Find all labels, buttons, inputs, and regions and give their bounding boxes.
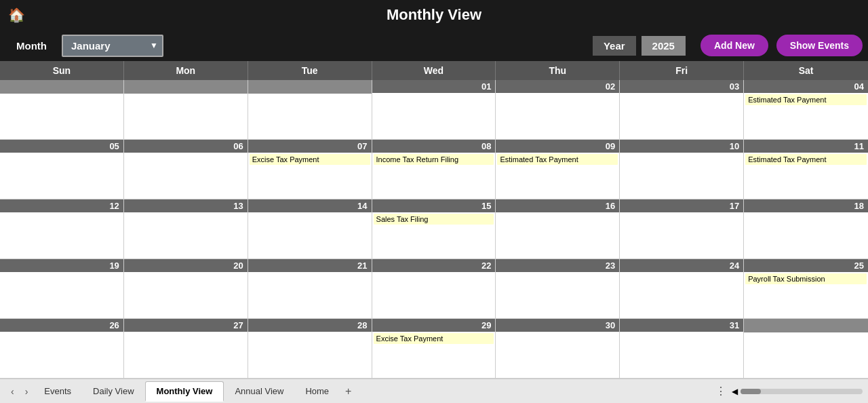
scroll-left-icon[interactable]: ◀	[732, 387, 738, 396]
calendar-grid: 01020304Estimated Tax Payment050607Excis…	[0, 80, 868, 379]
day-number: 20	[124, 259, 248, 272]
day-cell[interactable]: 14	[248, 199, 372, 259]
event-item[interactable]: Estimated Tax Payment	[745, 94, 867, 105]
day-cell[interactable]	[0, 80, 124, 140]
day-cell[interactable]: 24	[620, 259, 744, 319]
day-cell[interactable]: 12	[0, 199, 124, 259]
day-cell[interactable]: 01	[372, 80, 496, 140]
scroll-track[interactable]	[741, 389, 863, 394]
day-number: 02	[496, 80, 619, 93]
day-cell[interactable]: 03	[620, 80, 744, 140]
day-cell[interactable]: 25Payroll Tax Submission	[744, 259, 868, 319]
scroll-bar-area: ◀	[732, 387, 863, 396]
day-cell[interactable]	[248, 80, 372, 140]
day-header-sun: Sun	[0, 61, 124, 80]
tab-monthly-view[interactable]: Monthly View	[145, 381, 224, 402]
toolbar: Month January February March April May J…	[0, 30, 868, 61]
tab-add-button[interactable]: +	[340, 383, 357, 400]
day-number	[0, 80, 123, 94]
day-number: 30	[496, 319, 619, 332]
day-number: 31	[620, 319, 743, 332]
day-cell[interactable]: 28	[248, 319, 372, 379]
day-cell[interactable]: 17	[620, 199, 744, 259]
event-item[interactable]: Payroll Tax Submission	[745, 273, 867, 284]
day-number: 15	[372, 199, 496, 212]
tab-daily-view[interactable]: Daily View	[82, 382, 144, 400]
day-cell[interactable]	[744, 319, 868, 379]
day-number: 06	[124, 140, 248, 153]
tab-next-button[interactable]: ›	[20, 383, 34, 400]
event-item[interactable]: Income Tax Return Filing	[374, 154, 494, 165]
day-cell[interactable]: 27	[124, 319, 248, 379]
home-icon[interactable]: 🏠	[8, 7, 25, 23]
calendar-header: SunMonTueWedThuFriSat	[0, 61, 868, 80]
day-cell[interactable]	[124, 80, 248, 140]
day-number: 01	[372, 80, 496, 93]
day-number: 13	[124, 199, 248, 212]
day-cell[interactable]: 22	[372, 259, 496, 319]
day-number: 03	[620, 80, 743, 93]
day-cell[interactable]: 11Estimated Tax Payment	[744, 140, 868, 199]
day-number: 22	[372, 259, 496, 272]
day-number: 16	[496, 199, 619, 212]
day-number	[248, 80, 372, 94]
day-cell[interactable]: 31	[620, 319, 744, 379]
day-number: 28	[248, 319, 372, 332]
day-cell[interactable]: 04Estimated Tax Payment	[744, 80, 868, 140]
event-item[interactable]: Excise Tax Payment	[250, 154, 370, 165]
day-number: 18	[744, 199, 868, 212]
day-cell[interactable]: 23	[496, 259, 620, 319]
day-number: 04	[744, 80, 868, 93]
day-number: 29	[372, 319, 496, 332]
day-number	[744, 319, 868, 332]
day-header-mon: Mon	[124, 61, 248, 80]
day-number: 12	[0, 199, 123, 212]
day-number: 19	[0, 259, 123, 272]
event-item[interactable]: Estimated Tax Payment	[497, 154, 618, 165]
day-number: 25	[744, 259, 868, 272]
day-number: 11	[744, 140, 868, 153]
day-header-tue: Tue	[248, 61, 372, 80]
day-cell[interactable]: 18	[744, 199, 868, 259]
day-cell[interactable]: 15Sales Tax Filing	[372, 199, 496, 259]
day-cell[interactable]: 29Excise Tax Payment	[372, 319, 496, 379]
day-number	[124, 80, 248, 94]
day-cell[interactable]: 13	[124, 199, 248, 259]
day-cell[interactable]: 07Excise Tax Payment	[248, 140, 372, 199]
tab-annual-view[interactable]: Annual View	[224, 382, 294, 400]
day-number: 17	[620, 199, 743, 212]
event-item[interactable]: Sales Tax Filing	[374, 214, 494, 225]
day-cell[interactable]: 05	[0, 140, 124, 199]
day-cell[interactable]: 20	[124, 259, 248, 319]
tab-prev-button[interactable]: ‹	[5, 383, 20, 400]
month-label: Month	[5, 36, 58, 56]
day-cell[interactable]: 26	[0, 319, 124, 379]
add-new-button[interactable]: Add New	[701, 35, 768, 56]
day-cell[interactable]: 10	[620, 140, 744, 199]
day-cell[interactable]: 02	[496, 80, 620, 140]
year-value: 2025	[642, 36, 686, 56]
day-number: 05	[0, 140, 123, 153]
show-events-button[interactable]: Show Events	[776, 35, 863, 56]
day-cell[interactable]: 21	[248, 259, 372, 319]
day-cell[interactable]: 06	[124, 140, 248, 199]
day-cell[interactable]: 09Estimated Tax Payment	[496, 140, 620, 199]
day-cell[interactable]: 19	[0, 259, 124, 319]
day-header-fri: Fri	[620, 61, 744, 80]
tab-events[interactable]: Events	[33, 382, 82, 400]
day-cell[interactable]: 30	[496, 319, 620, 379]
day-cell[interactable]: 08Income Tax Return Filing	[372, 140, 496, 199]
page-title: Monthly View	[387, 6, 481, 24]
month-dropdown[interactable]: January February March April May June Ju…	[62, 35, 163, 57]
day-number: 07	[248, 140, 372, 153]
title-bar: 🏠 Monthly View	[0, 0, 868, 30]
event-item[interactable]: Estimated Tax Payment	[745, 154, 867, 165]
tab-home[interactable]: Home	[294, 382, 340, 400]
month-selector[interactable]: January February March April May June Ju…	[62, 35, 163, 57]
day-cell[interactable]: 16	[496, 199, 620, 259]
day-number: 27	[124, 319, 248, 332]
day-header-wed: Wed	[372, 61, 496, 80]
year-label: Year	[593, 36, 636, 56]
tab-menu-button[interactable]: ⋮	[710, 382, 732, 400]
event-item[interactable]: Excise Tax Payment	[374, 333, 494, 344]
